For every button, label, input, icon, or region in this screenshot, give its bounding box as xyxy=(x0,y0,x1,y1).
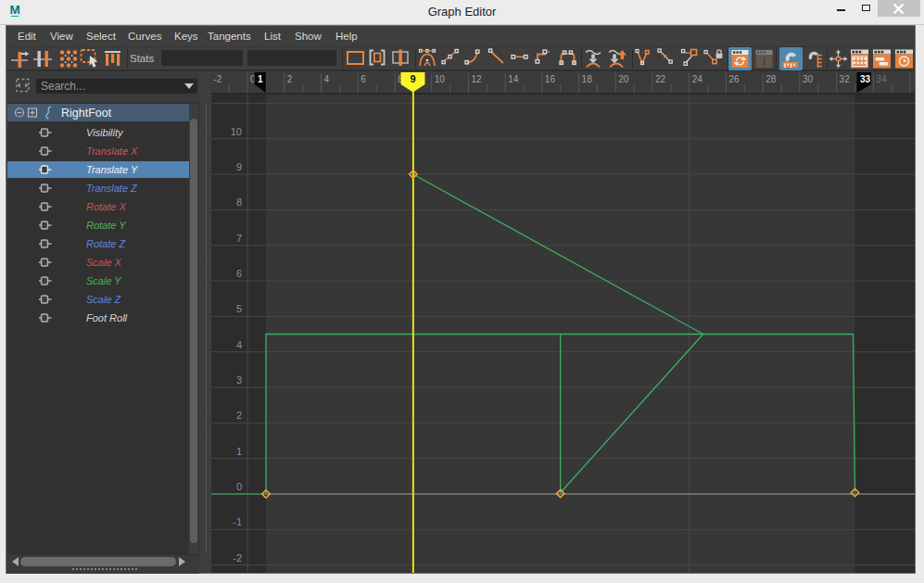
svg-text:2: 2 xyxy=(287,74,293,84)
svg-text:26: 26 xyxy=(728,74,740,84)
svg-text:1: 1 xyxy=(258,74,263,84)
svg-text:30: 30 xyxy=(803,74,814,84)
svg-text:16: 16 xyxy=(545,74,556,84)
svg-text:9: 9 xyxy=(236,161,242,172)
svg-text:18: 18 xyxy=(582,74,593,84)
svg-text:20: 20 xyxy=(618,74,629,84)
svg-text:34: 34 xyxy=(876,74,887,84)
svg-text:6: 6 xyxy=(361,74,366,84)
svg-text:7: 7 xyxy=(236,233,242,244)
svg-text:6: 6 xyxy=(236,268,242,279)
svg-text:-2: -2 xyxy=(233,552,242,564)
svg-text:-1: -1 xyxy=(233,516,242,527)
svg-text:4: 4 xyxy=(236,339,242,350)
svg-text:5: 5 xyxy=(236,303,242,314)
svg-text:8: 8 xyxy=(236,196,242,208)
svg-text:10: 10 xyxy=(231,126,242,137)
svg-text:12: 12 xyxy=(471,74,482,84)
svg-text:RightFoot: RightFoot xyxy=(61,107,112,120)
svg-text:2: 2 xyxy=(236,410,242,421)
svg-text:-2: -2 xyxy=(213,74,222,84)
svg-text:0: 0 xyxy=(236,481,242,492)
svg-text:1: 1 xyxy=(236,446,242,457)
svg-text:22: 22 xyxy=(655,74,666,84)
svg-text:9: 9 xyxy=(411,73,416,84)
svg-text:33: 33 xyxy=(860,74,871,84)
svg-text:3: 3 xyxy=(236,374,242,386)
svg-text:14: 14 xyxy=(508,74,519,84)
svg-text:28: 28 xyxy=(766,74,777,84)
svg-text:24: 24 xyxy=(692,74,703,84)
svg-text:4: 4 xyxy=(324,74,330,84)
svg-text:10: 10 xyxy=(435,74,446,84)
svg-text:32: 32 xyxy=(840,74,851,84)
